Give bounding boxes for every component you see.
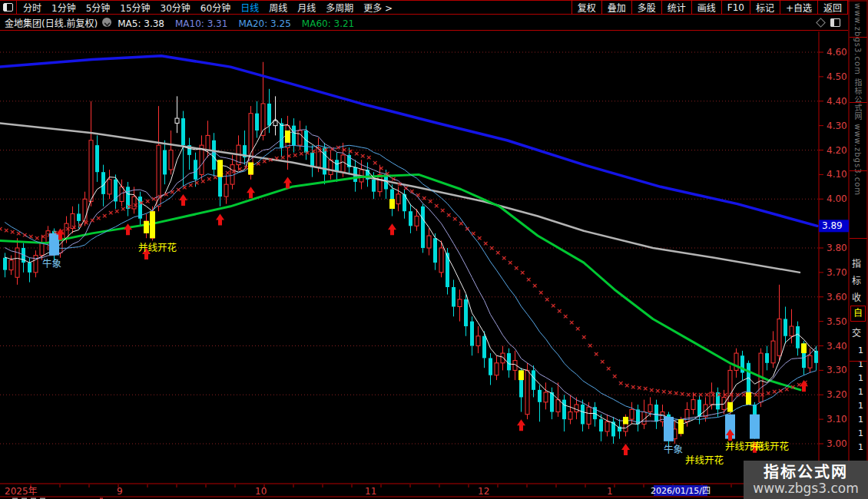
x-mark: × [157,193,163,200]
window-split-icon [3,3,13,12]
candle-body-down [654,405,658,421]
x-mark: × [734,391,740,398]
toolbar-button-0[interactable]: 复权 [571,0,601,15]
x-mark: × [654,387,661,395]
x-mark: × [667,388,673,396]
x-mark: × [347,147,353,155]
ma-legend: MA5: 3.38MA10: 3.31MA20: 3.25MA60: 3.21 [118,15,365,30]
period-tab-5[interactable]: 60分钟 [200,1,230,14]
x-mark: × [261,157,267,165]
right-strip-item: 1 [858,387,863,397]
toolbar-button-6[interactable]: 标记 [750,0,780,15]
x-mark: × [316,147,323,154]
period-tab-0[interactable]: 分时 [23,1,41,14]
candle-body-down [212,140,216,170]
candle-body-down [489,358,492,375]
x-mark: × [550,302,556,309]
candle-body-down [163,150,167,175]
x-mark: × [138,199,144,207]
candle-body-up [175,118,179,123]
bingxian-signal-bar [144,221,149,233]
toolbar-button-4[interactable]: 画线 [691,0,721,15]
toolbar-button-8[interactable]: 返回 [817,0,848,15]
chevron-down-icon[interactable] [102,18,111,27]
candle-body-up [9,260,13,270]
toolbar-buttons: 复权叠加多股统计画线F10标记+自选返回 [571,0,848,15]
ma-label-2: MA20: 3.25 [238,18,290,29]
candle-body-down [581,405,585,425]
right-strip-item: 收 [852,290,861,303]
candle-body-down [470,322,474,346]
candle-body-down [765,353,769,363]
right-strip-item [850,102,867,103]
period-tab-2[interactable]: 5分钟 [86,1,111,14]
right-strip-item: 1 [858,345,863,355]
x-mark: × [126,203,132,210]
toolbar-button-2[interactable]: 多股 [631,0,661,15]
price-axis-label: 3.50 [827,316,847,327]
period-tab-3[interactable]: 15分钟 [120,1,150,14]
toolbar-button-1[interactable]: 叠加 [601,0,631,15]
toolbar-button-7[interactable]: +自选 [780,0,817,15]
x-mark: × [101,212,108,220]
candle-body-down [433,238,437,263]
period-tab-9[interactable]: 多周期 [326,1,353,14]
period-tab-7[interactable]: 周线 [269,1,287,14]
right-strip-item: 1 [858,428,863,438]
candle-body-up [790,326,793,336]
x-mark: × [65,225,71,233]
right-strip-item: 1 [858,401,863,411]
x-mark: × [605,365,611,372]
right-strip-item: 1 [858,415,863,425]
x-mark: × [409,187,415,195]
candle-body-up [587,407,591,424]
x-mark: × [611,372,618,380]
toolbar-button-3[interactable]: 统计 [661,0,691,15]
candle-body-down [3,258,7,270]
x-mark: × [224,169,230,177]
bingxian-signal-bar [746,392,751,405]
period-tab-1[interactable]: 1分钟 [51,1,76,14]
x-mark: × [581,333,587,341]
x-mark: × [753,391,759,398]
x-mark: × [384,170,390,177]
x-mark: × [642,385,648,392]
x-mark: × [40,233,46,240]
period-tab-10[interactable]: 更多 > [363,1,393,14]
price-axis-label: 4.40 [827,96,847,107]
x-mark: × [691,391,697,398]
period-tab-8[interactable]: 月线 [297,1,316,14]
niuxiang-signal-bar [664,417,674,441]
x-mark: × [194,179,200,187]
x-mark: × [286,152,292,160]
price-axis-label: 4.20 [827,145,847,156]
title-bar: 金地集团(日线.前复权) MA5: 3.38MA10: 3.31MA20: 3.… [0,15,848,31]
x-mark: × [378,164,384,172]
toolbar-button-5[interactable]: F10 [721,0,750,15]
x-mark: × [630,383,636,391]
x-mark: × [685,391,691,398]
price-axis-label: 4.60 [827,47,847,58]
candle-body-up [40,243,44,256]
x-mark: × [415,191,421,199]
highlighted-tab-char: 自 [850,306,866,322]
x-mark: × [519,269,525,276]
layout-toggle-button[interactable] [0,1,17,14]
right-strip-item: 1 [858,373,863,383]
period-tab-4[interactable]: 30分钟 [161,1,190,14]
x-mark: × [464,225,470,233]
candle-body-up [722,397,726,409]
candlestick-chart[interactable]: ××××××××××××××××××××××××××××××××××××××××… [0,0,868,499]
x-mark: × [366,154,372,161]
x-mark: × [323,146,329,154]
candle-body-down [292,126,296,146]
time-axis-label: 12 [478,486,489,497]
panel-toggle-icon[interactable] [830,18,840,27]
diamond-icon[interactable] [816,18,826,28]
x-mark: × [329,145,335,153]
x-mark: × [771,388,777,395]
candle-body-up [648,405,652,412]
x-mark: × [759,391,765,398]
period-tab-6[interactable]: 日线 [240,1,259,14]
x-mark: × [200,177,206,185]
